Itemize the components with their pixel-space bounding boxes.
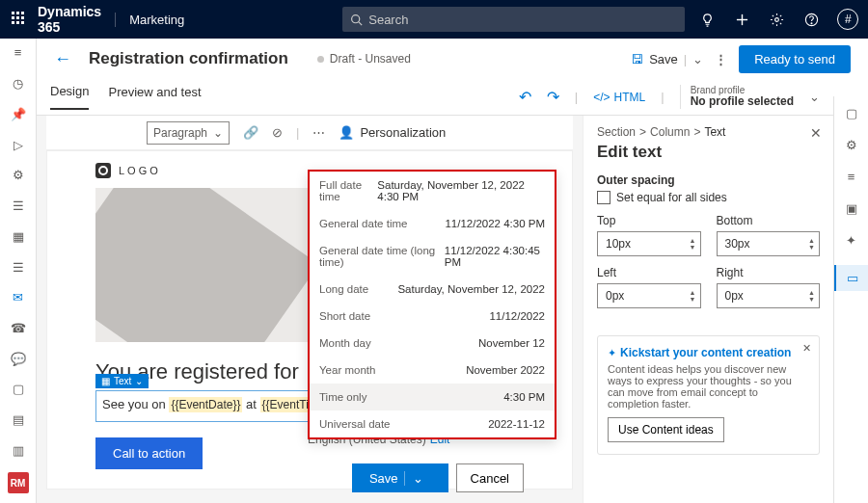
library-icon[interactable]: ▤ (10, 411, 27, 429)
chevron-down-icon[interactable]: ⌄ (809, 90, 820, 104)
block-tag[interactable]: ▦ Text ⌄ (95, 374, 149, 388)
play-icon[interactable]: ▷ (10, 136, 27, 153)
date-format-dropdown[interactable]: Full date timeSaturday, November 12, 202… (308, 170, 556, 439)
ideas-icon[interactable]: ✦ (846, 233, 856, 248)
cancel-format-button[interactable]: Cancel (456, 463, 524, 492)
settings-icon[interactable]: ⚙ (846, 138, 857, 152)
tab-preview[interactable]: Preview and test (108, 85, 201, 109)
image-icon[interactable]: ▣ (846, 201, 857, 216)
app-launcher-icon[interactable] (12, 12, 24, 27)
save-icon: 🖫 (631, 52, 643, 66)
search-input[interactable]: Search (342, 7, 685, 32)
svg-line-1 (359, 21, 362, 24)
person-icon: 👤 (339, 125, 354, 140)
persona-badge[interactable]: RM (8, 472, 29, 493)
link-icon[interactable]: 🔗 (243, 125, 258, 140)
chat-icon[interactable]: 💬 (10, 350, 27, 367)
panel-title: Edit text (597, 143, 820, 162)
search-icon (350, 13, 363, 26)
format-option[interactable]: Month dayNovember 12 (310, 330, 555, 357)
segments-icon[interactable]: ☰ (10, 198, 27, 215)
save-format-button[interactable]: Save⌄ (352, 463, 448, 492)
label-left: Left (597, 266, 701, 279)
redo-button[interactable]: ↷ (547, 88, 559, 106)
format-option[interactable]: Universal date2022-11-12 (310, 410, 555, 437)
lightbulb-icon[interactable] (698, 11, 716, 28)
left-nav-rail: ≡ ◷ 📌 ▷ ⚙ ☰ ▦ ☰ ✉ ☎ 💬 ▢ ▤ ▥ RM (0, 39, 37, 503)
logo-icon (95, 163, 111, 178)
format-option[interactable]: General date time11/12/2022 4:30 PM (310, 210, 555, 237)
label-bottom: Bottom (717, 214, 821, 227)
email-icon[interactable]: ✉ (10, 289, 27, 306)
cta-button[interactable]: Call to action (95, 437, 203, 469)
more-commands-button[interactable]: ⋮ (715, 52, 727, 66)
hamburger-icon[interactable]: ≡ (10, 44, 27, 62)
calendar-icon[interactable]: ▦ (10, 227, 27, 245)
html-toggle[interactable]: </>HTML (593, 91, 645, 104)
token-event-date[interactable]: {{EventDate}} (169, 397, 242, 412)
tasks-icon[interactable]: ☰ (10, 258, 27, 276)
label-right: Right (717, 266, 821, 279)
header-actions: # (698, 9, 858, 30)
code-icon: </> (593, 91, 610, 104)
global-header: Dynamics 365 Marketing Search # (0, 0, 868, 39)
brand-profile-selector[interactable]: Brand profileNo profile selected (680, 85, 794, 108)
use-content-ideas-button[interactable]: Use Content ideas (608, 417, 724, 442)
search-placeholder: Search (368, 13, 408, 27)
more-toolbar-icon[interactable]: ⋯ (312, 125, 325, 140)
spacing-right-input[interactable]: 0px▲▼ (717, 283, 821, 308)
content-ideas-tip: ✕ ✦Kickstart your content creation Conte… (597, 335, 820, 455)
spacing-top-input[interactable]: 10px▲▼ (597, 231, 701, 256)
status-dot-icon (317, 56, 324, 63)
align-icon[interactable]: ≡ (848, 170, 855, 184)
chevron-down-icon[interactable]: ⌄ (692, 52, 703, 66)
section-outer-spacing: Outer spacing (597, 173, 820, 187)
close-icon[interactable]: ✕ (810, 125, 822, 141)
assets-icon[interactable]: ▥ (10, 442, 27, 460)
product-name: Dynamics 365 (38, 4, 101, 35)
unlink-icon[interactable]: ⊘ (272, 125, 283, 140)
format-option[interactable]: Time only4:30 PM (310, 384, 555, 410)
properties-tab-icon[interactable]: ▭ (834, 265, 868, 291)
phone-icon[interactable]: ☎ (10, 320, 27, 337)
undo-button[interactable]: ↶ (519, 88, 531, 106)
page-title: Registration confirmation (89, 49, 288, 68)
gear-icon[interactable] (768, 11, 785, 28)
format-option[interactable]: General date time (long time)11/12/2022 … (310, 237, 555, 276)
help-icon[interactable] (802, 11, 820, 28)
equal-sides-checkbox[interactable]: Set equal for all sides (597, 191, 820, 204)
module-name: Marketing (115, 13, 184, 27)
clock-icon[interactable]: ◷ (10, 75, 27, 93)
label-top: Top (597, 214, 701, 227)
ready-to-send-button[interactable]: Ready to send (739, 45, 851, 73)
back-button[interactable]: ← (54, 49, 71, 69)
chevron-down-icon: ⌄ (404, 471, 431, 486)
layers-icon[interactable]: ▢ (846, 106, 857, 120)
record-status: Draft - Unsaved (317, 52, 411, 66)
form-icon[interactable]: ▢ (10, 381, 27, 398)
breadcrumb[interactable]: Section>Column>Text (597, 125, 820, 139)
editor-toolbar: Paragraph⌄ 🔗 ⊘ | ⋯ 👤Personalization (46, 116, 573, 150)
command-bar: ← Registration confirmation Draft - Unsa… (37, 39, 868, 79)
properties-panel: Section>Column>Text ✕ Edit text Outer sp… (583, 116, 833, 503)
close-icon[interactable]: ✕ (802, 342, 811, 355)
sparkle-icon: ✦ (608, 347, 616, 358)
tab-design[interactable]: Design (50, 84, 89, 110)
plus-icon[interactable] (733, 11, 750, 28)
personalization-button[interactable]: 👤Personalization (339, 125, 446, 140)
paragraph-selector[interactable]: Paragraph⌄ (147, 121, 230, 145)
svg-point-6 (811, 22, 812, 23)
format-option[interactable]: Short date11/12/2022 (310, 303, 555, 330)
format-option[interactable]: Full date timeSaturday, November 12, 202… (310, 172, 555, 210)
user-avatar[interactable]: # (837, 9, 858, 30)
spacing-bottom-input[interactable]: 30px▲▼ (717, 231, 821, 256)
tab-bar: Design Preview and test ↶ ↷ | </>HTML | … (37, 79, 833, 116)
journey-icon[interactable]: ⚙ (10, 167, 27, 184)
format-option[interactable]: Long dateSaturday, November 12, 2022 (310, 276, 555, 303)
svg-point-0 (352, 14, 360, 22)
save-button[interactable]: 🖫Save|⌄ (631, 52, 703, 66)
svg-point-4 (774, 17, 778, 21)
pin-icon[interactable]: 📌 (10, 105, 27, 122)
spacing-left-input[interactable]: 0px▲▼ (597, 283, 701, 308)
format-option[interactable]: Year monthNovember 2022 (310, 357, 555, 384)
